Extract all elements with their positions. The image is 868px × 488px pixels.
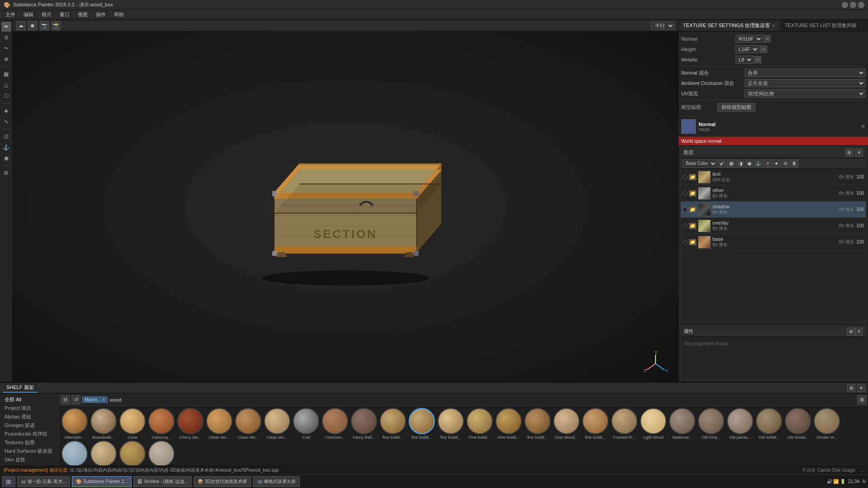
layer-ref-btn[interactable]: ↗: [763, 160, 771, 168]
layer-item-shadow[interactable]: 📁 shadow thr 厚长 thr 厚长 100: [681, 202, 866, 218]
filter-grunges[interactable]: Grunges 脏迹: [2, 421, 57, 430]
layer-panel-close[interactable]: ✕: [855, 149, 863, 157]
menu-item-模式[interactable]: 模式: [38, 10, 55, 19]
layer-channel-select[interactable]: Base Color: [683, 160, 717, 168]
channel-metallic-remove[interactable]: −: [754, 56, 761, 63]
material-item-26[interactable]: Ornate W...: [813, 408, 841, 440]
viewport-content[interactable]: SECTION X Y Z: [13, 32, 678, 382]
tool-smudge[interactable]: 〜: [1, 43, 11, 53]
material-item-21[interactable]: Medieval...: [668, 408, 696, 440]
material-item-19[interactable]: Framed Pl...: [610, 408, 638, 440]
filter-project[interactable]: Project 项目: [2, 404, 57, 413]
material-item-29[interactable]: Parquet: [118, 441, 146, 465]
shelf-close[interactable]: ✕: [857, 384, 865, 392]
material-item-30[interactable]: Particle B...: [147, 441, 175, 465]
shelf-grid-view-btn[interactable]: ⊞: [857, 395, 866, 404]
filter-textures[interactable]: Textures 贴图: [2, 438, 57, 447]
tool-color[interactable]: ◉: [1, 153, 11, 163]
material-item-14[interactable]: Fine buildi...: [466, 408, 494, 440]
material-item-5[interactable]: Clean Wo...: [205, 408, 233, 440]
channel-height-format[interactable]: L16F: [736, 45, 759, 53]
blend-uv-select[interactable]: 3D空间比例: [745, 89, 865, 98]
material-item-2[interactable]: Cane: [118, 408, 146, 440]
layer-group-btn[interactable]: ▣: [745, 160, 753, 168]
material-item-0[interactable]: Alternatin...: [61, 408, 89, 440]
menu-item-帮助[interactable]: 帮助: [110, 10, 127, 19]
filter-all[interactable]: 全部 All: [2, 395, 57, 404]
shelf-tab-shelf[interactable]: SHELF 展架: [3, 383, 38, 393]
blend-normal-select[interactable]: 合并: [745, 69, 865, 77]
material-item-10[interactable]: Fancy Ball...: [350, 408, 378, 440]
menu-item-文件[interactable]: 文件: [2, 10, 19, 19]
layer-visibility-overlay[interactable]: [683, 224, 687, 228]
start-button[interactable]: ⊞: [2, 476, 15, 487]
taskbar-recorder[interactable]: 📹 稀格式录屏大师: [253, 476, 300, 487]
channel-normal-format[interactable]: R016F: [736, 35, 763, 43]
tool-material[interactable]: ◈: [1, 106, 11, 116]
layer-paint-btn[interactable]: 🖌: [718, 160, 726, 168]
layer-duplicate-btn[interactable]: ⧉: [781, 160, 789, 168]
filter-alphas[interactable]: Alphas 透贴: [2, 413, 57, 421]
blend-ao-select[interactable]: 正不全混: [745, 79, 865, 87]
taskbar-substance-painter[interactable]: 🎨 Substance Painter 2...: [72, 476, 132, 487]
material-item-27[interactable]: Painted W...: [61, 441, 89, 465]
tab-texture-set-list[interactable]: TEXTURE SET LIST 纹理集列表: [780, 20, 862, 31]
material-item-15[interactable]: Fine buildi...: [495, 408, 523, 440]
material-item-17[interactable]: Fine Wood...: [552, 408, 580, 440]
layer-visibility-other[interactable]: [683, 191, 687, 196]
viewport-btn-eye[interactable]: ◉: [28, 21, 37, 30]
layer-item-other[interactable]: 📁 other thr 厚长 thr 厚长 100: [681, 185, 866, 202]
taskbar-xnview[interactable]: 🖼 XnView - [插框 边滤...: [133, 476, 192, 487]
menu-item-编辑[interactable]: 编辑: [20, 10, 37, 19]
minimize-button[interactable]: [842, 2, 848, 8]
tab-texture-set-settings[interactable]: TEXTURE SET SETTINGS 纹理集设置 ✕: [679, 20, 780, 31]
menu-item-视图[interactable]: 视图: [74, 10, 91, 19]
material-item-3[interactable]: Cartoony...: [147, 408, 175, 440]
tool-settings[interactable]: ⚙: [1, 168, 11, 178]
layer-panel-expand[interactable]: ⊞: [845, 149, 853, 157]
menu-item-插件[interactable]: 插件: [92, 10, 109, 19]
tool-paint[interactable]: ✏: [1, 22, 11, 32]
normal-layer-close[interactable]: ✕: [861, 123, 865, 130]
shelf-expand[interactable]: ⊞: [847, 384, 855, 392]
taskbar-file-explorer[interactable]: 🗂 第一阶-元素-美术...: [17, 476, 70, 487]
layer-delete-btn[interactable]: 🗑: [790, 160, 798, 168]
bake-model-texture-button[interactable]: 烘焙模型贴图: [717, 103, 755, 112]
viewport-btn-cloud[interactable]: ☁: [16, 21, 25, 30]
filter-skin[interactable]: Skin 皮肤: [2, 455, 57, 464]
channel-metallic-format[interactable]: L8: [736, 56, 753, 64]
material-item-4[interactable]: Cherry Wo...: [176, 408, 204, 440]
material-item-24[interactable]: Old Wildd...: [755, 408, 783, 440]
properties-expand[interactable]: ⊞: [847, 328, 855, 336]
tool-erase[interactable]: ⊘: [1, 33, 11, 42]
tool-anchor[interactable]: ⚓: [1, 142, 11, 152]
layer-visibility-test[interactable]: [683, 175, 687, 179]
layer-fill-btn[interactable]: ▦: [727, 160, 735, 168]
material-item-12[interactable]: fine buildi...: [408, 408, 436, 440]
layer-mask-btn[interactable]: ◨: [736, 160, 744, 168]
search-tag-close[interactable]: ✕: [102, 397, 105, 402]
material-item-11[interactable]: fine buildi...: [379, 408, 407, 440]
viewport-btn-camera[interactable]: 📷: [40, 21, 49, 30]
shelf-refresh-btn[interactable]: ↺: [71, 395, 80, 404]
material-item-7[interactable]: Clean Wo...: [263, 408, 291, 440]
channel-height-remove[interactable]: −: [760, 46, 767, 53]
viewport-btn-render[interactable]: 📸: [52, 21, 61, 30]
layer-effect-btn[interactable]: ★: [772, 160, 780, 168]
material-item-6[interactable]: Clean Wo...: [234, 408, 262, 440]
material-item-20[interactable]: Light Wood: [639, 408, 667, 440]
menu-item-窗口[interactable]: 窗口: [56, 10, 73, 19]
material-item-25[interactable]: Old Wood...: [784, 408, 812, 440]
layer-item-base[interactable]: 📁 base thr 厚长 thr 厚长 100: [681, 234, 866, 250]
tool-polygon[interactable]: △: [1, 80, 11, 90]
layer-anchor-btn[interactable]: ⚓: [754, 160, 762, 168]
tool-select[interactable]: ⬡: [1, 91, 11, 101]
layer-visibility-base[interactable]: [683, 240, 687, 244]
material-item-1[interactable]: Boardwalk...: [90, 408, 118, 440]
layer-item-test[interactable]: 📁 test orm 位长 thr 厚长 100: [681, 169, 866, 185]
close-button[interactable]: [858, 2, 864, 8]
tool-clone[interactable]: ⊕: [1, 54, 11, 64]
layer-visibility-shadow[interactable]: [683, 207, 687, 212]
material-item-8[interactable]: Coal: [292, 408, 320, 440]
tool-lazy[interactable]: ∿: [1, 117, 11, 127]
